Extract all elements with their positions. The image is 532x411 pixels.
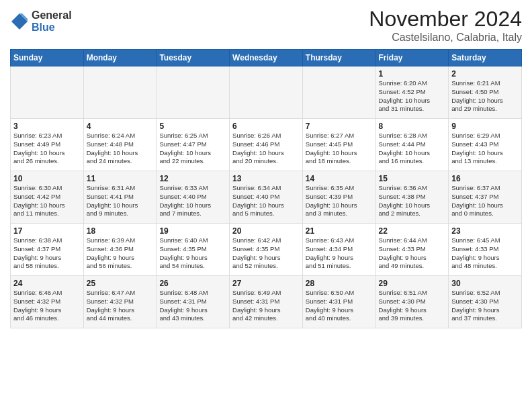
- calendar-cell: [157, 66, 230, 119]
- day-number: 13: [232, 174, 300, 183]
- logo-general: General: [32, 9, 72, 21]
- day-info: Sunrise: 6:38 AM Sunset: 4:37 PM Dayligh…: [13, 236, 81, 271]
- calendar-table: Sunday Monday Tuesday Wednesday Thursday…: [10, 49, 522, 328]
- logo-text: General Blue: [32, 9, 72, 33]
- calendar-cell: 21Sunrise: 6:43 AM Sunset: 4:34 PM Dayli…: [302, 224, 375, 276]
- day-number: 14: [306, 174, 373, 183]
- day-number: 27: [232, 279, 300, 288]
- calendar-cell: [302, 66, 375, 119]
- calendar-cell: 27Sunrise: 6:49 AM Sunset: 4:31 PM Dayli…: [230, 276, 303, 328]
- calendar-cell: 13Sunrise: 6:34 AM Sunset: 4:40 PM Dayli…: [230, 171, 303, 224]
- day-number: 3: [13, 122, 81, 131]
- day-info: Sunrise: 6:21 AM Sunset: 4:50 PM Dayligh…: [451, 79, 519, 113]
- calendar-cell: 29Sunrise: 6:51 AM Sunset: 4:30 PM Dayli…: [375, 276, 449, 328]
- day-number: 1: [379, 69, 446, 79]
- calendar-cell: 24Sunrise: 6:46 AM Sunset: 4:32 PM Dayli…: [11, 276, 84, 328]
- location-subtitle: Castelsilano, Calabria, Italy: [369, 32, 522, 44]
- day-info: Sunrise: 6:46 AM Sunset: 4:32 PM Dayligh…: [13, 289, 81, 323]
- calendar-cell: 16Sunrise: 6:37 AM Sunset: 4:37 PM Dayli…: [449, 171, 522, 224]
- day-number: 30: [451, 279, 519, 288]
- day-info: Sunrise: 6:48 AM Sunset: 4:31 PM Dayligh…: [159, 289, 226, 323]
- day-number: 28: [306, 279, 373, 288]
- calendar-week-1: 1Sunrise: 6:20 AM Sunset: 4:52 PM Daylig…: [11, 66, 522, 119]
- col-sunday: Sunday: [11, 50, 84, 66]
- calendar-cell: 30Sunrise: 6:52 AM Sunset: 4:30 PM Dayli…: [449, 276, 522, 328]
- day-info: Sunrise: 6:52 AM Sunset: 4:30 PM Dayligh…: [451, 289, 519, 323]
- day-info: Sunrise: 6:49 AM Sunset: 4:31 PM Dayligh…: [232, 289, 300, 323]
- calendar-cell: 25Sunrise: 6:47 AM Sunset: 4:32 PM Dayli…: [83, 276, 157, 328]
- calendar-cell: 22Sunrise: 6:44 AM Sunset: 4:33 PM Dayli…: [375, 224, 449, 276]
- calendar-week-3: 10Sunrise: 6:30 AM Sunset: 4:42 PM Dayli…: [11, 171, 522, 224]
- calendar-cell: [83, 66, 157, 119]
- calendar-cell: 3Sunrise: 6:23 AM Sunset: 4:49 PM Daylig…: [11, 119, 84, 171]
- day-number: 16: [451, 174, 519, 183]
- day-number: 22: [379, 226, 446, 236]
- day-number: 26: [159, 279, 226, 288]
- calendar-cell: 14Sunrise: 6:35 AM Sunset: 4:39 PM Dayli…: [302, 171, 375, 224]
- logo-blue: Blue: [32, 21, 72, 34]
- col-saturday: Saturday: [449, 50, 522, 66]
- day-info: Sunrise: 6:34 AM Sunset: 4:40 PM Dayligh…: [232, 184, 300, 218]
- day-info: Sunrise: 6:44 AM Sunset: 4:33 PM Dayligh…: [379, 236, 446, 271]
- day-number: 29: [379, 279, 446, 288]
- day-number: 17: [13, 226, 81, 236]
- calendar-cell: 18Sunrise: 6:39 AM Sunset: 4:36 PM Dayli…: [83, 224, 157, 276]
- day-info: Sunrise: 6:40 AM Sunset: 4:35 PM Dayligh…: [159, 236, 226, 271]
- day-number: 20: [232, 226, 300, 236]
- day-number: 4: [87, 122, 154, 131]
- day-info: Sunrise: 6:36 AM Sunset: 4:38 PM Dayligh…: [379, 184, 446, 218]
- calendar-cell: [230, 66, 303, 119]
- calendar-cell: 7Sunrise: 6:27 AM Sunset: 4:45 PM Daylig…: [302, 119, 375, 171]
- day-info: Sunrise: 6:39 AM Sunset: 4:36 PM Dayligh…: [87, 236, 154, 271]
- page-container: General Blue November 2024 Castelsilano,…: [0, 0, 532, 335]
- day-number: 9: [451, 122, 519, 131]
- title-block: November 2024 Castelsilano, Calabria, It…: [369, 7, 522, 44]
- day-info: Sunrise: 6:50 AM Sunset: 4:31 PM Dayligh…: [306, 289, 373, 323]
- day-number: 25: [87, 279, 154, 288]
- calendar-week-2: 3Sunrise: 6:23 AM Sunset: 4:49 PM Daylig…: [11, 119, 522, 171]
- col-tuesday: Tuesday: [157, 50, 230, 66]
- calendar-cell: 26Sunrise: 6:48 AM Sunset: 4:31 PM Dayli…: [157, 276, 230, 328]
- day-number: 19: [159, 226, 226, 236]
- calendar-cell: 19Sunrise: 6:40 AM Sunset: 4:35 PM Dayli…: [157, 224, 230, 276]
- calendar-cell: 15Sunrise: 6:36 AM Sunset: 4:38 PM Dayli…: [375, 171, 449, 224]
- calendar-cell: 17Sunrise: 6:38 AM Sunset: 4:37 PM Dayli…: [11, 224, 84, 276]
- day-number: 11: [87, 174, 154, 183]
- day-info: Sunrise: 6:23 AM Sunset: 4:49 PM Dayligh…: [13, 132, 81, 166]
- col-wednesday: Wednesday: [230, 50, 303, 66]
- day-number: 2: [451, 69, 519, 79]
- calendar-cell: 6Sunrise: 6:26 AM Sunset: 4:46 PM Daylig…: [230, 119, 303, 171]
- day-info: Sunrise: 6:47 AM Sunset: 4:32 PM Dayligh…: [87, 289, 154, 323]
- calendar-header: Sunday Monday Tuesday Wednesday Thursday…: [11, 50, 522, 66]
- calendar-cell: 28Sunrise: 6:50 AM Sunset: 4:31 PM Dayli…: [302, 276, 375, 328]
- day-info: Sunrise: 6:43 AM Sunset: 4:34 PM Dayligh…: [306, 236, 373, 271]
- day-info: Sunrise: 6:33 AM Sunset: 4:40 PM Dayligh…: [159, 184, 226, 218]
- day-info: Sunrise: 6:24 AM Sunset: 4:48 PM Dayligh…: [87, 132, 154, 166]
- day-number: 5: [159, 122, 226, 131]
- calendar-cell: 10Sunrise: 6:30 AM Sunset: 4:42 PM Dayli…: [11, 171, 84, 224]
- day-number: 12: [159, 174, 226, 183]
- calendar-cell: 12Sunrise: 6:33 AM Sunset: 4:40 PM Dayli…: [157, 171, 230, 224]
- calendar-week-4: 17Sunrise: 6:38 AM Sunset: 4:37 PM Dayli…: [11, 224, 522, 276]
- logo-icon: [10, 12, 29, 31]
- day-info: Sunrise: 6:31 AM Sunset: 4:41 PM Dayligh…: [87, 184, 154, 218]
- day-number: 8: [379, 122, 446, 131]
- calendar-cell: 23Sunrise: 6:45 AM Sunset: 4:33 PM Dayli…: [449, 224, 522, 276]
- day-info: Sunrise: 6:29 AM Sunset: 4:43 PM Dayligh…: [451, 132, 519, 166]
- day-number: 10: [13, 174, 81, 183]
- calendar-body: 1Sunrise: 6:20 AM Sunset: 4:52 PM Daylig…: [11, 66, 522, 328]
- month-title: November 2024: [369, 7, 522, 32]
- header-row: Sunday Monday Tuesday Wednesday Thursday…: [11, 50, 522, 66]
- calendar-cell: 5Sunrise: 6:25 AM Sunset: 4:47 PM Daylig…: [157, 119, 230, 171]
- day-info: Sunrise: 6:20 AM Sunset: 4:52 PM Dayligh…: [379, 79, 446, 113]
- day-number: 6: [232, 122, 300, 131]
- logo: General Blue: [10, 9, 72, 33]
- calendar-cell: [11, 66, 84, 119]
- day-info: Sunrise: 6:25 AM Sunset: 4:47 PM Dayligh…: [159, 132, 226, 166]
- day-info: Sunrise: 6:35 AM Sunset: 4:39 PM Dayligh…: [306, 184, 373, 218]
- calendar-cell: 1Sunrise: 6:20 AM Sunset: 4:52 PM Daylig…: [375, 66, 449, 119]
- calendar-week-5: 24Sunrise: 6:46 AM Sunset: 4:32 PM Dayli…: [11, 276, 522, 328]
- day-info: Sunrise: 6:30 AM Sunset: 4:42 PM Dayligh…: [13, 184, 81, 218]
- svg-marker-0: [11, 13, 28, 30]
- day-info: Sunrise: 6:26 AM Sunset: 4:46 PM Dayligh…: [232, 132, 300, 166]
